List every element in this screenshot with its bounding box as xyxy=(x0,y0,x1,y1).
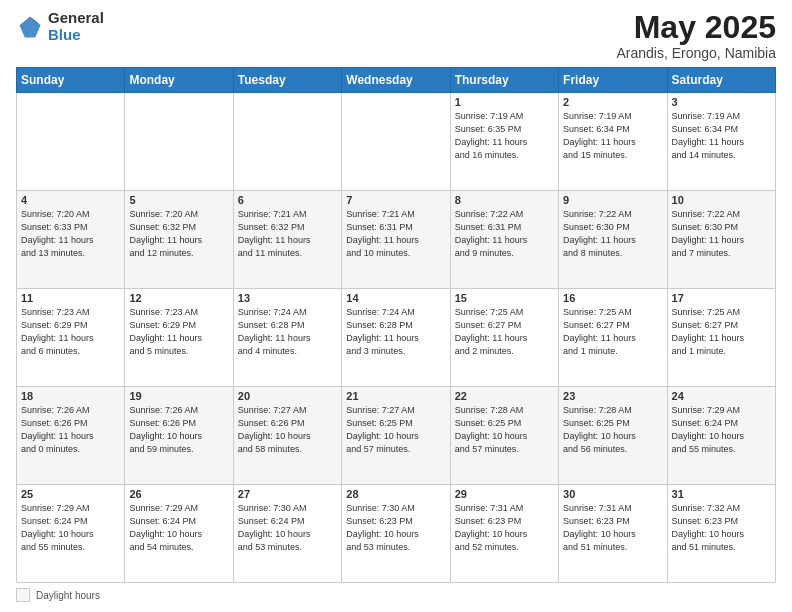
day-number: 18 xyxy=(21,390,120,402)
calendar-cell: 13Sunrise: 7:24 AM Sunset: 6:28 PM Dayli… xyxy=(233,289,341,387)
day-number: 14 xyxy=(346,292,445,304)
logo: General Blue xyxy=(16,10,104,43)
daylight-swatch xyxy=(16,588,30,602)
day-number: 30 xyxy=(563,488,662,500)
calendar-week-3: 18Sunrise: 7:26 AM Sunset: 6:26 PM Dayli… xyxy=(17,387,776,485)
day-info: Sunrise: 7:22 AM Sunset: 6:30 PM Dayligh… xyxy=(672,208,771,260)
day-info: Sunrise: 7:29 AM Sunset: 6:24 PM Dayligh… xyxy=(21,502,120,554)
logo-text: General Blue xyxy=(48,10,104,43)
col-tuesday: Tuesday xyxy=(233,68,341,93)
day-info: Sunrise: 7:25 AM Sunset: 6:27 PM Dayligh… xyxy=(672,306,771,358)
day-info: Sunrise: 7:32 AM Sunset: 6:23 PM Dayligh… xyxy=(672,502,771,554)
logo-general-text: General xyxy=(48,10,104,27)
day-info: Sunrise: 7:30 AM Sunset: 6:24 PM Dayligh… xyxy=(238,502,337,554)
day-number: 25 xyxy=(21,488,120,500)
day-number: 12 xyxy=(129,292,228,304)
day-info: Sunrise: 7:19 AM Sunset: 6:34 PM Dayligh… xyxy=(563,110,662,162)
calendar-week-4: 25Sunrise: 7:29 AM Sunset: 6:24 PM Dayli… xyxy=(17,485,776,583)
calendar-cell: 14Sunrise: 7:24 AM Sunset: 6:28 PM Dayli… xyxy=(342,289,450,387)
calendar-week-2: 11Sunrise: 7:23 AM Sunset: 6:29 PM Dayli… xyxy=(17,289,776,387)
calendar-table: Sunday Monday Tuesday Wednesday Thursday… xyxy=(16,67,776,583)
day-number: 23 xyxy=(563,390,662,402)
calendar-cell: 11Sunrise: 7:23 AM Sunset: 6:29 PM Dayli… xyxy=(17,289,125,387)
col-thursday: Thursday xyxy=(450,68,558,93)
calendar-cell: 16Sunrise: 7:25 AM Sunset: 6:27 PM Dayli… xyxy=(559,289,667,387)
day-info: Sunrise: 7:23 AM Sunset: 6:29 PM Dayligh… xyxy=(129,306,228,358)
col-saturday: Saturday xyxy=(667,68,775,93)
calendar-cell: 28Sunrise: 7:30 AM Sunset: 6:23 PM Dayli… xyxy=(342,485,450,583)
day-number: 2 xyxy=(563,96,662,108)
day-info: Sunrise: 7:29 AM Sunset: 6:24 PM Dayligh… xyxy=(672,404,771,456)
day-info: Sunrise: 7:22 AM Sunset: 6:30 PM Dayligh… xyxy=(563,208,662,260)
day-number: 24 xyxy=(672,390,771,402)
day-info: Sunrise: 7:19 AM Sunset: 6:34 PM Dayligh… xyxy=(672,110,771,162)
day-info: Sunrise: 7:29 AM Sunset: 6:24 PM Dayligh… xyxy=(129,502,228,554)
day-info: Sunrise: 7:24 AM Sunset: 6:28 PM Dayligh… xyxy=(238,306,337,358)
calendar-week-0: 1Sunrise: 7:19 AM Sunset: 6:35 PM Daylig… xyxy=(17,93,776,191)
calendar-cell xyxy=(125,93,233,191)
day-info: Sunrise: 7:31 AM Sunset: 6:23 PM Dayligh… xyxy=(455,502,554,554)
day-number: 3 xyxy=(672,96,771,108)
calendar-cell: 29Sunrise: 7:31 AM Sunset: 6:23 PM Dayli… xyxy=(450,485,558,583)
header-row: Sunday Monday Tuesday Wednesday Thursday… xyxy=(17,68,776,93)
day-info: Sunrise: 7:19 AM Sunset: 6:35 PM Dayligh… xyxy=(455,110,554,162)
calendar-cell: 5Sunrise: 7:20 AM Sunset: 6:32 PM Daylig… xyxy=(125,191,233,289)
calendar-cell: 21Sunrise: 7:27 AM Sunset: 6:25 PM Dayli… xyxy=(342,387,450,485)
calendar-cell: 4Sunrise: 7:20 AM Sunset: 6:33 PM Daylig… xyxy=(17,191,125,289)
day-info: Sunrise: 7:27 AM Sunset: 6:25 PM Dayligh… xyxy=(346,404,445,456)
footer-label: Daylight hours xyxy=(36,590,100,601)
calendar-cell: 17Sunrise: 7:25 AM Sunset: 6:27 PM Dayli… xyxy=(667,289,775,387)
footer: Daylight hours xyxy=(16,588,776,602)
day-info: Sunrise: 7:26 AM Sunset: 6:26 PM Dayligh… xyxy=(21,404,120,456)
day-number: 22 xyxy=(455,390,554,402)
day-number: 6 xyxy=(238,194,337,206)
day-number: 13 xyxy=(238,292,337,304)
day-info: Sunrise: 7:22 AM Sunset: 6:31 PM Dayligh… xyxy=(455,208,554,260)
day-number: 20 xyxy=(238,390,337,402)
day-number: 28 xyxy=(346,488,445,500)
day-info: Sunrise: 7:21 AM Sunset: 6:31 PM Dayligh… xyxy=(346,208,445,260)
day-number: 21 xyxy=(346,390,445,402)
calendar-title: May 2025 xyxy=(616,10,776,45)
col-wednesday: Wednesday xyxy=(342,68,450,93)
day-info: Sunrise: 7:26 AM Sunset: 6:26 PM Dayligh… xyxy=(129,404,228,456)
day-number: 19 xyxy=(129,390,228,402)
calendar-cell: 24Sunrise: 7:29 AM Sunset: 6:24 PM Dayli… xyxy=(667,387,775,485)
col-friday: Friday xyxy=(559,68,667,93)
calendar-cell: 15Sunrise: 7:25 AM Sunset: 6:27 PM Dayli… xyxy=(450,289,558,387)
day-number: 9 xyxy=(563,194,662,206)
day-number: 5 xyxy=(129,194,228,206)
calendar-cell: 22Sunrise: 7:28 AM Sunset: 6:25 PM Dayli… xyxy=(450,387,558,485)
day-number: 10 xyxy=(672,194,771,206)
day-number: 26 xyxy=(129,488,228,500)
day-info: Sunrise: 7:21 AM Sunset: 6:32 PM Dayligh… xyxy=(238,208,337,260)
day-number: 8 xyxy=(455,194,554,206)
calendar-cell: 1Sunrise: 7:19 AM Sunset: 6:35 PM Daylig… xyxy=(450,93,558,191)
calendar-cell: 3Sunrise: 7:19 AM Sunset: 6:34 PM Daylig… xyxy=(667,93,775,191)
day-info: Sunrise: 7:23 AM Sunset: 6:29 PM Dayligh… xyxy=(21,306,120,358)
day-number: 16 xyxy=(563,292,662,304)
calendar-body: 1Sunrise: 7:19 AM Sunset: 6:35 PM Daylig… xyxy=(17,93,776,583)
logo-blue-text: Blue xyxy=(48,27,104,44)
calendar-cell: 2Sunrise: 7:19 AM Sunset: 6:34 PM Daylig… xyxy=(559,93,667,191)
day-info: Sunrise: 7:20 AM Sunset: 6:32 PM Dayligh… xyxy=(129,208,228,260)
calendar-cell: 31Sunrise: 7:32 AM Sunset: 6:23 PM Dayli… xyxy=(667,485,775,583)
calendar-cell: 30Sunrise: 7:31 AM Sunset: 6:23 PM Dayli… xyxy=(559,485,667,583)
day-info: Sunrise: 7:31 AM Sunset: 6:23 PM Dayligh… xyxy=(563,502,662,554)
calendar-cell: 6Sunrise: 7:21 AM Sunset: 6:32 PM Daylig… xyxy=(233,191,341,289)
col-sunday: Sunday xyxy=(17,68,125,93)
day-number: 31 xyxy=(672,488,771,500)
day-number: 27 xyxy=(238,488,337,500)
day-number: 11 xyxy=(21,292,120,304)
day-number: 4 xyxy=(21,194,120,206)
day-number: 1 xyxy=(455,96,554,108)
calendar-cell: 12Sunrise: 7:23 AM Sunset: 6:29 PM Dayli… xyxy=(125,289,233,387)
calendar-cell: 27Sunrise: 7:30 AM Sunset: 6:24 PM Dayli… xyxy=(233,485,341,583)
calendar-cell: 26Sunrise: 7:29 AM Sunset: 6:24 PM Dayli… xyxy=(125,485,233,583)
calendar-cell: 8Sunrise: 7:22 AM Sunset: 6:31 PM Daylig… xyxy=(450,191,558,289)
title-block: May 2025 Arandis, Erongo, Namibia xyxy=(616,10,776,61)
day-info: Sunrise: 7:25 AM Sunset: 6:27 PM Dayligh… xyxy=(455,306,554,358)
day-info: Sunrise: 7:20 AM Sunset: 6:33 PM Dayligh… xyxy=(21,208,120,260)
day-info: Sunrise: 7:28 AM Sunset: 6:25 PM Dayligh… xyxy=(563,404,662,456)
calendar-cell: 23Sunrise: 7:28 AM Sunset: 6:25 PM Dayli… xyxy=(559,387,667,485)
